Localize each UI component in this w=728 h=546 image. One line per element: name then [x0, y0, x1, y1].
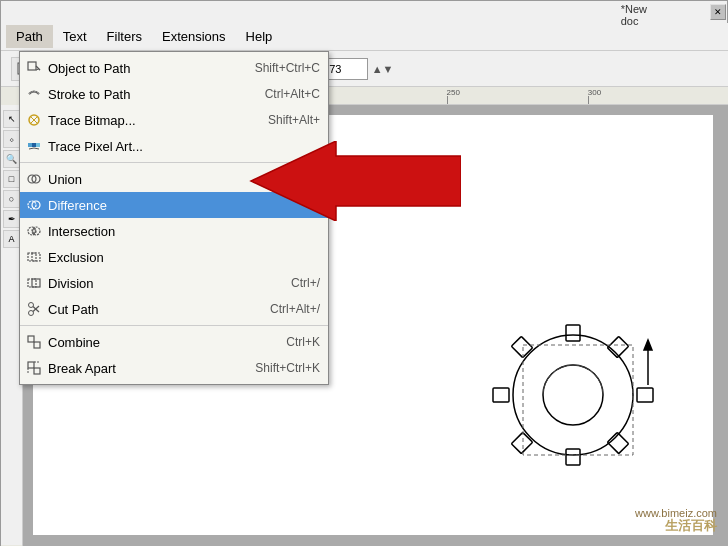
separator-2: [20, 325, 328, 326]
item-label-trace-pixel: Trace Pixel Art...: [48, 139, 143, 154]
shortcut-cut-path: Ctrl+Alt+/: [270, 302, 320, 316]
svg-rect-39: [28, 336, 34, 342]
menu-item-trace-pixel-art[interactable]: Trace Pixel Art...: [20, 133, 328, 159]
item-label-combine: Combine: [48, 335, 100, 350]
menu-item-combine[interactable]: Combine Ctrl+K: [20, 329, 328, 355]
menu-path[interactable]: Path: [6, 25, 53, 48]
item-label-division: Division: [48, 276, 94, 291]
menu-item-union[interactable]: Union: [20, 166, 328, 192]
item-label-union: Union: [48, 172, 82, 187]
svg-rect-22: [28, 62, 36, 70]
menu-extensions[interactable]: Extensions: [152, 25, 236, 48]
exclusion-icon: [25, 248, 43, 266]
svg-rect-21: [523, 345, 633, 455]
svg-rect-41: [28, 362, 34, 368]
close-button[interactable]: ✕: [710, 4, 726, 20]
shortcut-break-apart: Shift+Ctrl+K: [255, 361, 320, 375]
menu-item-trace-bitmap[interactable]: Trace Bitmap... Shift+Alt+: [20, 107, 328, 133]
cut-path-icon: [25, 300, 43, 318]
menu-item-exclusion[interactable]: Exclusion: [20, 244, 328, 270]
item-label-difference: Difference: [48, 198, 107, 213]
svg-point-9: [513, 335, 633, 455]
svg-rect-13: [493, 388, 509, 402]
menu-item-stroke-to-path[interactable]: Stroke to Path Ctrl+Alt+C: [20, 81, 328, 107]
ruler-tick-250: 250: [447, 88, 460, 97]
svg-rect-42: [34, 368, 40, 374]
break-apart-icon: [25, 359, 43, 377]
tool-rect[interactable]: □: [3, 170, 21, 188]
svg-rect-12: [566, 449, 580, 465]
svg-rect-24: [28, 143, 32, 147]
menu-item-intersection[interactable]: Intersection: [20, 218, 328, 244]
svg-point-37: [29, 311, 34, 316]
menu-bar: Path Text Filters Extensions Help: [1, 23, 728, 51]
menu-item-break-apart[interactable]: Break Apart Shift+Ctrl+K: [20, 355, 328, 381]
item-label-exclusion: Exclusion: [48, 250, 104, 265]
window-title: *New doc: [621, 3, 647, 27]
item-label-trace-bitmap: Trace Bitmap...: [48, 113, 136, 128]
menu-item-division[interactable]: Division Ctrl+/: [20, 270, 328, 296]
tool-text[interactable]: A: [3, 230, 21, 248]
trace-bitmap-icon: [25, 111, 43, 129]
watermark-brand: 生活百科: [665, 517, 717, 535]
item-label-obj-to-path: Object to Path: [48, 61, 130, 76]
intersection-icon: [25, 222, 43, 240]
tool-node[interactable]: ⬦: [3, 130, 21, 148]
combine-icon: [25, 333, 43, 351]
menu-filters[interactable]: Filters: [97, 25, 152, 48]
menu-item-cut-path[interactable]: Cut Path Ctrl+Alt+/: [20, 296, 328, 322]
svg-rect-14: [637, 388, 653, 402]
menu-item-difference[interactable]: Difference: [20, 192, 328, 218]
shortcut-division: Ctrl+/: [291, 276, 320, 290]
shortcut-stroke-to-path: Ctrl+Alt+C: [265, 87, 320, 101]
tool-select[interactable]: ↖: [3, 110, 21, 128]
window-controls: *New doc ✕: [709, 1, 727, 23]
obj-path-icon: [25, 59, 43, 77]
tool-circle[interactable]: ○: [3, 190, 21, 208]
item-label-break-apart: Break Apart: [48, 361, 116, 376]
app-window: *New doc ✕ Path Text Filters Extensions …: [0, 0, 728, 546]
ruler-tick-300: 300: [588, 88, 601, 97]
shortcut-combine: Ctrl+K: [286, 335, 320, 349]
tool-zoom[interactable]: 🔍: [3, 150, 21, 168]
svg-marker-20: [644, 340, 652, 350]
shortcut-trace-bitmap: Shift+Alt+: [268, 113, 320, 127]
svg-rect-26: [36, 143, 40, 147]
division-icon: [25, 274, 43, 292]
trace-pixel-icon: [25, 137, 43, 155]
path-dropdown-menu: Object to Path Shift+Ctrl+C Stroke to Pa…: [19, 51, 329, 385]
union-icon: [25, 170, 43, 188]
separator-1: [20, 162, 328, 163]
gear-illustration: [463, 295, 683, 495]
tool-pen[interactable]: ✒: [3, 210, 21, 228]
menu-item-object-to-path[interactable]: Object to Path Shift+Ctrl+C: [20, 55, 328, 81]
svg-rect-25: [32, 143, 36, 147]
svg-rect-40: [34, 342, 40, 348]
menu-text[interactable]: Text: [53, 25, 97, 48]
stroke-path-icon: [25, 85, 43, 103]
shortcut-obj-to-path: Shift+Ctrl+C: [255, 61, 320, 75]
svg-point-38: [29, 303, 34, 308]
difference-icon: [25, 196, 43, 214]
item-label-cut-path: Cut Path: [48, 302, 99, 317]
item-label-intersection: Intersection: [48, 224, 115, 239]
menu-help[interactable]: Help: [236, 25, 283, 48]
item-label-stroke-to-path: Stroke to Path: [48, 87, 130, 102]
svg-rect-11: [566, 325, 580, 341]
